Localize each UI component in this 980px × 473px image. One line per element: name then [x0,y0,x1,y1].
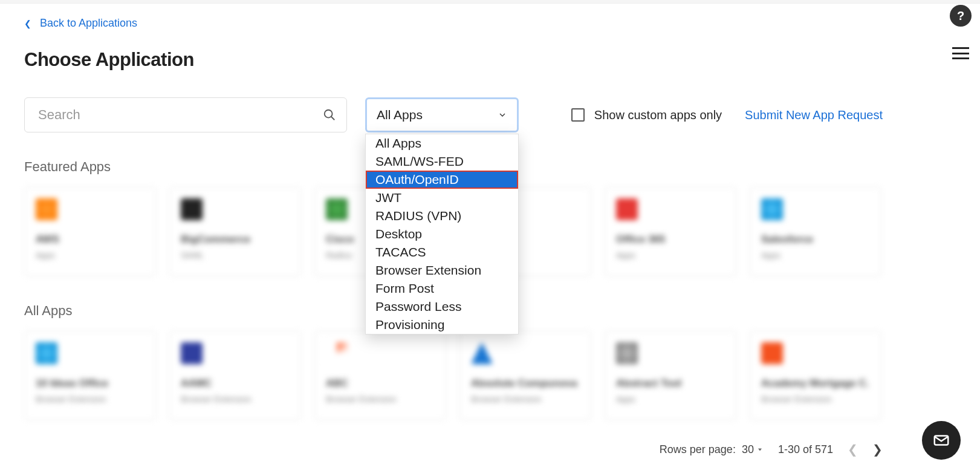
chat-button[interactable] [922,421,961,460]
svg-point-0 [325,110,333,118]
page-title: Choose Application [24,49,883,71]
app-icon [761,342,783,364]
app-name: Salesforce [761,233,870,246]
dropdown-option[interactable]: OAuth/OpenID [366,171,518,189]
app-type-current: All Apps [377,108,423,122]
dropdown-option[interactable]: SAML/WS-FED [366,152,518,171]
dropdown-option[interactable]: RADIUS (VPN) [366,207,518,225]
app-subtitle: Browser Extension [36,394,144,404]
dropdown-option[interactable]: TACACS [366,243,518,261]
next-page-button[interactable]: ❯ [872,442,883,457]
app-type-filter: All Apps All AppsSAML/WS-FEDOAuth/OpenID… [365,97,519,132]
app-card[interactable]: AWSApps [24,187,156,276]
app-card[interactable]: BigCommerceSAML [169,187,301,276]
custom-only-wrap: Show custom apps only Submit New App Req… [571,108,883,122]
rows-per-page-label: Rows per page: [660,443,736,456]
app-subtitle: Browser Extension [326,394,435,404]
search-icon [323,108,336,122]
app-subtitle: Apps [616,250,725,260]
app-card[interactable]: 10 Ideas OfficeBrowser Extension [24,331,156,420]
svg-line-1 [331,117,335,120]
caret-down-icon [756,446,764,453]
help-button[interactable]: ? [950,5,972,27]
rows-per-page-select[interactable]: 30 [742,443,764,456]
all-apps-row: 10 Ideas OfficeBrowser ExtensionAAMCBrow… [24,331,883,420]
app-icon [181,198,203,220]
search-input[interactable] [24,97,347,132]
app-icon [326,342,348,364]
back-to-applications-link[interactable]: ❮ Back to Applications [24,17,137,30]
dropdown-option[interactable]: Provisioning [366,316,518,334]
app-subtitle: Browser Extension [761,394,870,404]
app-icon [761,198,783,220]
app-type-select[interactable]: All Apps [365,97,519,132]
main-content: ❮ Back to Applications Choose Applicatio… [0,4,907,420]
search-field-wrap [24,97,347,132]
pagination: Rows per page: 30 1-30 of 571 ❮ ❯ [660,442,883,457]
app-card[interactable]: Academy Mortgage C.Browser Extension [750,331,881,420]
app-name: AWS [36,233,144,246]
mail-icon [932,431,950,449]
custom-only-checkbox[interactable] [571,108,585,122]
app-card[interactable]: ABCBrowser Extension [314,331,446,420]
app-icon [36,198,57,220]
chevron-down-icon [498,110,507,120]
app-subtitle: Apps [36,250,144,260]
app-name: Abstract Tool [616,377,725,390]
app-icon [471,342,493,364]
back-link-label: Back to Applications [40,17,137,30]
svg-marker-2 [758,449,762,451]
dropdown-option[interactable]: Form Post [366,279,518,298]
dropdown-option[interactable]: JWT [366,189,518,207]
app-subtitle: Browser Extension [181,394,290,404]
right-rail: ? [950,5,972,59]
chevron-left-icon: ❮ [24,19,31,28]
app-name: Academy Mortgage C. [761,377,870,390]
pagination-range: 1-30 of 571 [778,443,833,456]
dropdown-option[interactable]: Password Less [366,298,518,316]
app-icon [36,342,57,364]
app-name: AAMC [181,377,290,390]
app-card[interactable]: Abstract ToolApps [605,331,736,420]
app-name: ABC [326,377,435,390]
app-icon [616,342,638,364]
app-name: BigCommerce [181,233,290,246]
app-card[interactable]: SalesforceApps [750,187,881,276]
app-icon [181,342,203,364]
app-card[interactable]: Office 365Apps [605,187,736,276]
controls-row: All Apps All AppsSAML/WS-FEDOAuth/OpenID… [24,97,883,132]
custom-only-label: Show custom apps only [594,108,722,122]
app-icon [326,198,348,220]
app-name: Absolute Compunova [471,377,580,390]
app-subtitle: SAML [181,250,290,260]
dropdown-option[interactable]: Browser Extension [366,261,518,279]
submit-new-app-link[interactable]: Submit New App Request [745,108,883,122]
dropdown-option[interactable]: Desktop [366,225,518,243]
app-subtitle: Apps [616,394,725,404]
app-subtitle: Apps [761,250,870,260]
app-card[interactable]: AAMCBrowser Extension [169,331,301,420]
app-name: Office 365 [616,233,725,246]
app-card[interactable]: Absolute CompunovaBrowser Extension [459,331,591,420]
app-icon [616,198,638,220]
prev-page-button[interactable]: ❮ [848,442,858,457]
dropdown-option[interactable]: All Apps [366,134,518,152]
app-subtitle: Browser Extension [471,394,580,404]
menu-button[interactable] [952,47,969,59]
app-name: 10 Ideas Office [36,377,144,390]
app-type-dropdown: All AppsSAML/WS-FEDOAuth/OpenIDJWTRADIUS… [365,134,519,334]
